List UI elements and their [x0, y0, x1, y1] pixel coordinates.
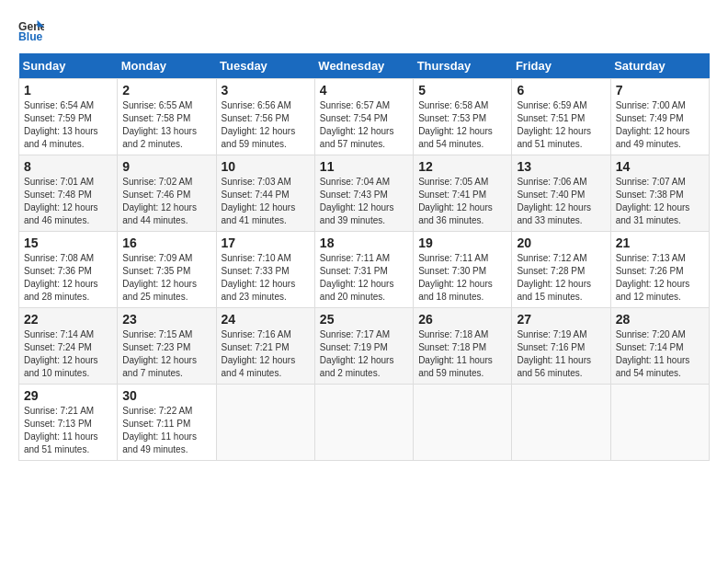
day-info: Sunrise: 7:12 AMSunset: 7:28 PMDaylight:… [517, 253, 591, 302]
calendar-day-header: Monday [118, 53, 216, 79]
day-info: Sunrise: 6:56 AMSunset: 7:56 PMDaylight:… [222, 100, 296, 149]
calendar-cell: 28Sunrise: 7:20 AMSunset: 7:14 PMDayligh… [610, 308, 709, 385]
day-info: Sunrise: 7:16 AMSunset: 7:21 PMDaylight:… [222, 329, 296, 378]
day-info: Sunrise: 7:10 AMSunset: 7:33 PMDaylight:… [222, 253, 296, 302]
day-info: Sunrise: 7:00 AMSunset: 7:49 PMDaylight:… [616, 100, 690, 149]
day-info: Sunrise: 7:17 AMSunset: 7:19 PMDaylight:… [320, 329, 394, 378]
day-number: 15 [24, 236, 112, 250]
calendar-cell: 27Sunrise: 7:19 AMSunset: 7:16 PMDayligh… [512, 308, 610, 385]
day-number: 6 [517, 83, 605, 98]
calendar-cell: 26Sunrise: 7:18 AMSunset: 7:18 PMDayligh… [414, 308, 512, 385]
day-number: 30 [122, 388, 210, 403]
calendar-cell: 2Sunrise: 6:55 AMSunset: 7:58 PMDaylight… [118, 79, 216, 155]
svg-text:Blue: Blue [18, 30, 43, 43]
day-number: 22 [24, 312, 112, 327]
calendar-cell: 13Sunrise: 7:06 AMSunset: 7:40 PMDayligh… [512, 155, 610, 232]
calendar-cell: 20Sunrise: 7:12 AMSunset: 7:28 PMDayligh… [512, 232, 610, 308]
day-number: 18 [320, 236, 408, 250]
day-number: 21 [616, 236, 704, 250]
day-number: 3 [222, 83, 310, 98]
day-number: 26 [418, 312, 506, 327]
day-info: Sunrise: 6:55 AMSunset: 7:58 PMDaylight:… [122, 100, 197, 149]
logo-icon: General Blue [18, 18, 44, 44]
day-number: 17 [222, 236, 310, 250]
day-number: 13 [517, 159, 605, 174]
calendar-cell [610, 385, 709, 461]
calendar-table: SundayMondayTuesdayWednesdayThursdayFrid… [18, 53, 710, 461]
calendar-cell: 23Sunrise: 7:15 AMSunset: 7:23 PMDayligh… [118, 308, 216, 385]
day-number: 16 [122, 236, 210, 250]
calendar-cell: 29Sunrise: 7:21 AMSunset: 7:13 PMDayligh… [19, 385, 118, 461]
day-info: Sunrise: 6:59 AMSunset: 7:51 PMDaylight:… [517, 100, 591, 149]
day-number: 27 [517, 312, 605, 327]
calendar-header-row: SundayMondayTuesdayWednesdayThursdayFrid… [19, 53, 710, 79]
logo: General Blue [18, 18, 44, 44]
day-info: Sunrise: 7:08 AMSunset: 7:36 PMDaylight:… [24, 253, 98, 302]
day-number: 11 [320, 159, 408, 174]
calendar-cell: 25Sunrise: 7:17 AMSunset: 7:19 PMDayligh… [314, 308, 413, 385]
day-info: Sunrise: 7:14 AMSunset: 7:24 PMDaylight:… [24, 329, 98, 378]
calendar-day-header: Wednesday [314, 53, 413, 79]
calendar-cell: 21Sunrise: 7:13 AMSunset: 7:26 PMDayligh… [610, 232, 709, 308]
day-info: Sunrise: 7:03 AMSunset: 7:44 PMDaylight:… [222, 177, 296, 225]
calendar-cell: 11Sunrise: 7:04 AMSunset: 7:43 PMDayligh… [314, 155, 413, 232]
calendar-cell [314, 385, 413, 461]
calendar-cell: 10Sunrise: 7:03 AMSunset: 7:44 PMDayligh… [216, 155, 314, 232]
calendar-day-header: Tuesday [216, 53, 314, 79]
day-info: Sunrise: 6:54 AMSunset: 7:59 PMDaylight:… [24, 100, 98, 149]
day-info: Sunrise: 7:07 AMSunset: 7:38 PMDaylight:… [616, 177, 690, 225]
day-info: Sunrise: 7:06 AMSunset: 7:40 PMDaylight:… [517, 177, 591, 225]
day-info: Sunrise: 7:04 AMSunset: 7:43 PMDaylight:… [320, 177, 394, 225]
calendar-cell: 4Sunrise: 6:57 AMSunset: 7:54 PMDaylight… [314, 79, 413, 155]
calendar-cell: 18Sunrise: 7:11 AMSunset: 7:31 PMDayligh… [314, 232, 413, 308]
calendar-cell: 1Sunrise: 6:54 AMSunset: 7:59 PMDaylight… [19, 79, 118, 155]
day-info: Sunrise: 7:02 AMSunset: 7:46 PMDaylight:… [122, 177, 197, 225]
day-number: 24 [222, 312, 310, 327]
calendar-cell: 12Sunrise: 7:05 AMSunset: 7:41 PMDayligh… [414, 155, 512, 232]
day-info: Sunrise: 7:21 AMSunset: 7:13 PMDaylight:… [24, 406, 98, 454]
calendar-cell: 9Sunrise: 7:02 AMSunset: 7:46 PMDaylight… [118, 155, 216, 232]
day-info: Sunrise: 7:22 AMSunset: 7:11 PMDaylight:… [122, 406, 197, 454]
calendar-week-row: 29Sunrise: 7:21 AMSunset: 7:13 PMDayligh… [19, 385, 710, 461]
day-number: 23 [122, 312, 210, 327]
day-info: Sunrise: 6:57 AMSunset: 7:54 PMDaylight:… [320, 100, 394, 149]
day-number: 19 [418, 236, 506, 250]
calendar-cell: 6Sunrise: 6:59 AMSunset: 7:51 PMDaylight… [512, 79, 610, 155]
calendar-cell: 3Sunrise: 6:56 AMSunset: 7:56 PMDaylight… [216, 79, 314, 155]
calendar-cell [216, 385, 314, 461]
day-number: 14 [616, 159, 704, 174]
day-number: 4 [320, 83, 408, 98]
day-info: Sunrise: 7:09 AMSunset: 7:35 PMDaylight:… [122, 253, 197, 302]
calendar-cell: 8Sunrise: 7:01 AMSunset: 7:48 PMDaylight… [19, 155, 118, 232]
day-number: 29 [24, 388, 112, 403]
calendar-day-header: Sunday [19, 53, 118, 79]
day-number: 12 [418, 159, 506, 174]
calendar-cell: 16Sunrise: 7:09 AMSunset: 7:35 PMDayligh… [118, 232, 216, 308]
day-info: Sunrise: 7:18 AMSunset: 7:18 PMDaylight:… [418, 329, 493, 378]
day-number: 28 [616, 312, 704, 327]
calendar-week-row: 15Sunrise: 7:08 AMSunset: 7:36 PMDayligh… [19, 232, 710, 308]
calendar-cell: 30Sunrise: 7:22 AMSunset: 7:11 PMDayligh… [118, 385, 216, 461]
day-number: 5 [418, 83, 506, 98]
calendar-day-header: Thursday [414, 53, 512, 79]
day-number: 25 [320, 312, 408, 327]
calendar-cell: 24Sunrise: 7:16 AMSunset: 7:21 PMDayligh… [216, 308, 314, 385]
calendar-week-row: 1Sunrise: 6:54 AMSunset: 7:59 PMDaylight… [19, 79, 710, 155]
calendar-cell: 14Sunrise: 7:07 AMSunset: 7:38 PMDayligh… [610, 155, 709, 232]
calendar-day-header: Friday [512, 53, 610, 79]
calendar-week-row: 8Sunrise: 7:01 AMSunset: 7:48 PMDaylight… [19, 155, 710, 232]
day-info: Sunrise: 6:58 AMSunset: 7:53 PMDaylight:… [418, 100, 493, 149]
day-info: Sunrise: 7:20 AMSunset: 7:14 PMDaylight:… [616, 329, 690, 378]
day-info: Sunrise: 7:01 AMSunset: 7:48 PMDaylight:… [24, 177, 98, 225]
day-info: Sunrise: 7:15 AMSunset: 7:23 PMDaylight:… [122, 329, 197, 378]
calendar-cell: 15Sunrise: 7:08 AMSunset: 7:36 PMDayligh… [19, 232, 118, 308]
day-info: Sunrise: 7:05 AMSunset: 7:41 PMDaylight:… [418, 177, 493, 225]
day-number: 20 [517, 236, 605, 250]
page-header: General Blue [18, 18, 710, 44]
calendar-week-row: 22Sunrise: 7:14 AMSunset: 7:24 PMDayligh… [19, 308, 710, 385]
calendar-cell [512, 385, 610, 461]
day-number: 1 [24, 83, 112, 98]
day-number: 2 [122, 83, 210, 98]
day-info: Sunrise: 7:13 AMSunset: 7:26 PMDaylight:… [616, 253, 690, 302]
calendar-cell: 19Sunrise: 7:11 AMSunset: 7:30 PMDayligh… [414, 232, 512, 308]
